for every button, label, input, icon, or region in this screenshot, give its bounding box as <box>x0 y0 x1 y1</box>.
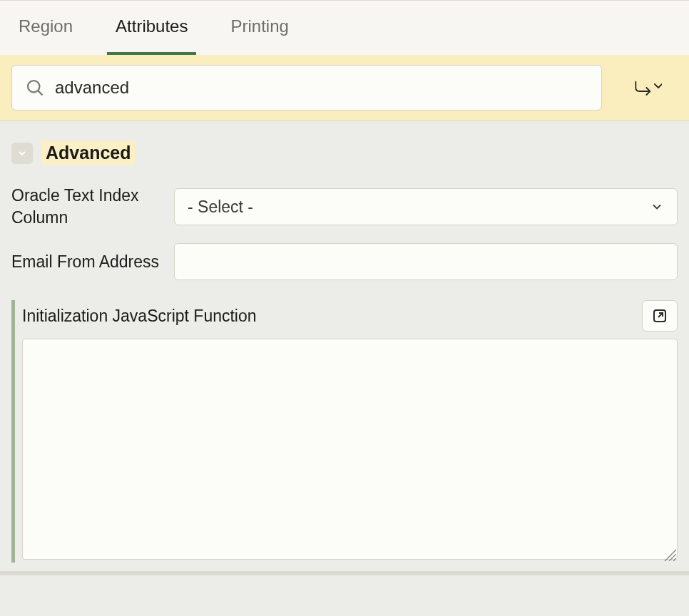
tab-attributes[interactable]: Attributes <box>107 1 196 56</box>
field-group-init-js-function: Initialization JavaScript Function <box>11 300 678 563</box>
email-from-address-input[interactable] <box>174 243 678 280</box>
chevron-down-icon <box>655 84 662 88</box>
section-title: Advanced <box>41 141 135 165</box>
oracle-text-index-column-select[interactable]: - Select - <box>174 188 678 225</box>
tab-region[interactable]: Region <box>10 1 81 56</box>
filter-bar <box>0 55 689 121</box>
filter-input-wrapper <box>11 65 602 111</box>
svg-point-0 <box>28 81 39 92</box>
section-header-advanced: Advanced <box>11 134 678 178</box>
svg-line-1 <box>38 91 42 95</box>
init-js-function-textarea[interactable] <box>22 339 678 560</box>
field-row-oracle-text-index-column: Oracle Text Index Column - Select - <box>11 178 678 236</box>
properties-panel: Advanced Oracle Text Index Column - Sele… <box>0 121 689 563</box>
tab-bar: Region Attributes Printing <box>0 0 689 55</box>
chevron-down-icon <box>16 148 28 159</box>
field-label: Initialization JavaScript Function <box>22 307 257 326</box>
select-value: - Select - <box>188 197 253 217</box>
collapse-toggle[interactable] <box>11 143 33 164</box>
tab-printing[interactable]: Printing <box>222 1 297 56</box>
chevron-down-icon <box>650 200 664 214</box>
field-label: Email From Address <box>11 251 160 273</box>
open-external-icon <box>651 307 668 324</box>
filter-input[interactable] <box>55 78 588 98</box>
field-label: Oracle Text Index Column <box>11 185 160 229</box>
expand-code-editor-button[interactable] <box>642 300 678 332</box>
field-row-email-from-address: Email From Address <box>11 236 678 287</box>
search-icon <box>25 78 45 98</box>
panel-footer-divider <box>0 571 689 575</box>
go-to-next-button[interactable] <box>628 78 668 98</box>
